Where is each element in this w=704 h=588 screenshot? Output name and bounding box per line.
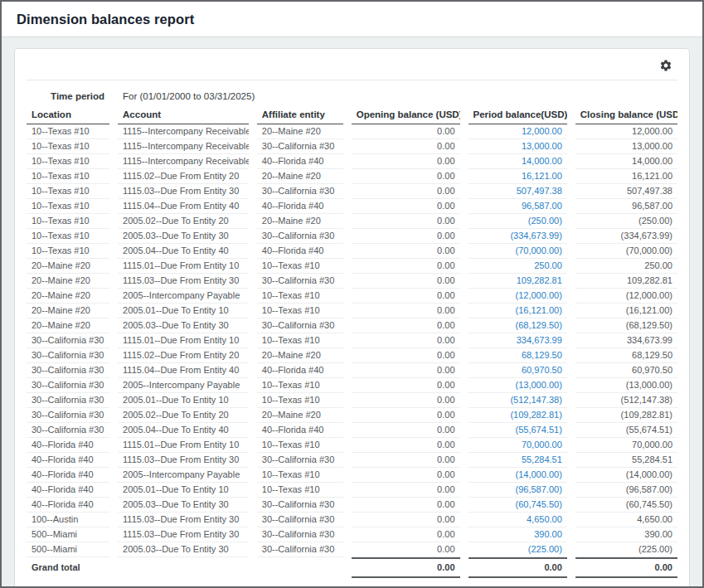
opening-balance-cell: 0.00 [352,438,460,453]
account-cell: 1115.01--Due From Entity 10 [118,259,249,274]
closing-balance-cell: (60,745.50) [575,498,677,513]
table-row: 10--Texas #101115.02--Due From Entity 20… [27,169,677,184]
affiliate-cell: 40--Florida #40 [257,423,343,438]
affiliate-cell: 10--Texas #10 [257,259,343,274]
table-row: 30--California #301115.04--Due From Enti… [27,363,677,378]
affiliate-cell: 30--California #30 [257,139,343,154]
period-balance-link[interactable]: (109,282.81) [469,408,567,423]
account-cell: 2005.01--Due To Entity 10 [118,304,249,318]
account-cell: 2005--Intercompany Payable [118,378,249,393]
table-row: 10--Texas #101115.04--Due From Entity 40… [27,199,677,214]
opening-balance-cell: 0.00 [352,244,460,259]
period-balance-link[interactable]: 16,121.00 [469,169,567,184]
report-table-body: 10--Texas #101115--Intercompany Receivab… [27,124,677,557]
closing-balance-cell: (512,147.38) [575,393,677,408]
location-cell: 10--Texas #10 [27,199,109,214]
affiliate-cell: 20--Maine #20 [257,214,343,229]
period-balance-link[interactable]: (250.00) [469,214,567,229]
closing-balance-cell: (68,129.50) [575,318,677,333]
settings-button[interactable] [658,57,674,74]
account-cell: 2005.03--Due To Entity 30 [118,229,249,244]
opening-balance-cell: 0.00 [352,408,460,423]
opening-balance-cell: 0.00 [352,423,460,438]
table-row: 40--Florida #402005--Intercompany Payabl… [27,468,677,483]
location-cell: 30--California #30 [27,393,109,408]
period-balance-link[interactable]: 390.00 [469,527,567,542]
location-cell: 30--California #30 [27,423,109,438]
account-cell: 2005.01--Due To Entity 10 [118,483,249,498]
closing-balance-cell: (225.00) [575,542,677,557]
opening-balance-cell: 0.00 [352,378,460,393]
table-row: 40--Florida #402005.01--Due To Entity 10… [27,483,677,498]
period-balance-link[interactable]: (334,673.99) [469,229,567,244]
affiliate-cell: 10--Texas #10 [257,483,343,498]
period-balance-link[interactable]: 12,000.00 [469,124,567,139]
closing-balance-cell: 96,587.00 [575,199,677,214]
period-balance-link[interactable]: (70,000.00) [469,244,567,259]
closing-balance-cell: 334,673.99 [575,333,677,348]
period-balance-link[interactable]: (12,000.00) [469,289,567,304]
closing-balance-cell: (14,000.00) [575,468,677,483]
table-row: 500--Miami1115.03--Due From Entity 3030-… [27,527,677,542]
time-period-label: Time period [27,88,109,106]
period-balance-link[interactable]: (512,147.38) [469,393,567,408]
account-cell: 1115--Intercompany Receivable [118,154,249,169]
opening-balance-cell: 0.00 [352,169,460,184]
report-card: Time period For (01/01/2000 to 03/31/202… [14,48,690,588]
period-balance-link[interactable]: (55,674.51) [469,423,567,438]
location-cell: 10--Texas #10 [27,124,109,139]
closing-balance-cell: 250.00 [575,259,677,274]
period-balance-link[interactable]: 13,000.00 [469,139,567,154]
closing-balance-cell: (70,000.00) [575,244,677,259]
account-cell: 2005--Intercompany Payable [118,468,249,483]
period-balance-link[interactable]: 250.00 [469,259,567,274]
account-cell: 1115.04--Due From Entity 40 [118,199,249,214]
account-cell: 2005.04--Due To Entity 40 [118,244,249,259]
table-row: 30--California #302005--Intercompany Pay… [27,378,677,393]
closing-balance-cell: (334,673.99) [575,229,677,244]
period-balance-link[interactable]: 109,282.81 [469,274,567,289]
period-balance-link[interactable]: (68,129.50) [469,318,567,333]
table-row: 10--Texas #101115--Intercompany Receivab… [27,139,677,154]
report-table: Time period For (01/01/2000 to 03/31/202… [18,88,686,578]
closing-balance-cell: 60,970.50 [575,363,677,378]
account-cell: 2005--Intercompany Payable [118,289,249,304]
affiliate-cell: 10--Texas #10 [257,468,343,483]
period-balance-link[interactable]: (14,000.00) [469,468,567,483]
closing-balance-cell: 390.00 [575,527,677,542]
period-balance-link[interactable]: 4,650.00 [469,513,567,527]
opening-balance-cell: 0.00 [352,259,460,274]
account-cell: 1115.03--Due From Entity 30 [118,513,249,527]
account-cell: 1115.01--Due From Entity 10 [118,438,249,453]
opening-balance-cell: 0.00 [352,154,460,169]
table-row: 20--Maine #201115.01--Due From Entity 10… [27,259,677,274]
period-balance-link[interactable]: 60,970.50 [469,363,567,378]
affiliate-cell: 10--Texas #10 [257,304,343,318]
period-balance-link[interactable]: 334,673.99 [469,333,567,348]
period-balance-link[interactable]: 507,497.38 [469,184,567,199]
closing-balance-cell: 4,650.00 [575,513,677,527]
period-balance-link[interactable]: (16,121.00) [469,304,567,318]
closing-balance-cell: (250.00) [575,214,677,229]
period-balance-link[interactable]: (60,745.50) [469,498,567,513]
account-cell: 2005.03--Due To Entity 30 [118,498,249,513]
period-balance-link[interactable]: 70,000.00 [469,438,567,453]
table-row: 100--Austin1115.03--Due From Entity 3030… [27,513,677,527]
period-balance-link[interactable]: 96,587.00 [469,199,567,214]
period-balance-link[interactable]: (225.00) [469,542,567,557]
period-balance-link[interactable]: (96,587.00) [469,483,567,498]
location-cell: 10--Texas #10 [27,154,109,169]
affiliate-cell: 40--Florida #40 [257,199,343,214]
opening-balance-cell: 0.00 [352,124,460,139]
closing-balance-cell: (55,674.51) [575,423,677,438]
period-balance-link[interactable]: 55,284.51 [469,453,567,468]
affiliate-cell: 30--California #30 [257,274,343,289]
period-balance-link[interactable]: (13,000.00) [469,378,567,393]
affiliate-cell: 30--California #30 [257,498,343,513]
table-row: 20--Maine #202005--Intercompany Payable1… [27,289,677,304]
affiliate-cell: 10--Texas #10 [257,393,343,408]
grand-total-period: 0.00 [469,557,567,578]
period-balance-link[interactable]: 14,000.00 [469,154,567,169]
table-row: 40--Florida #401115.01--Due From Entity … [27,438,677,453]
period-balance-link[interactable]: 68,129.50 [469,348,567,363]
